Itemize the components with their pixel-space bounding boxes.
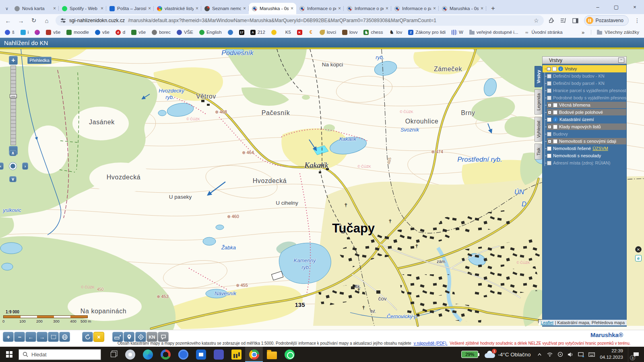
tool-globe-button[interactable] (59, 332, 70, 342)
browser-tab[interactable]: vlastnické listy -× (154, 3, 201, 14)
layer-row[interactable]: Hranice parcel s vyjádřením přesnosti - … (543, 87, 626, 94)
app-whatsapp-taskbar-button[interactable] (281, 347, 298, 362)
keyboard-icon[interactable] (588, 352, 595, 357)
tool-zoom-in-button[interactable]: + (3, 332, 14, 342)
app-blue-circle-taskbar-button[interactable] (174, 347, 192, 362)
bookmark-item[interactable]: ♞lov (389, 30, 402, 35)
app-powerbi-taskbar-button[interactable] (227, 347, 245, 362)
bookmark-item[interactable]: Λ212 (250, 30, 265, 35)
bookmark-item[interactable]: vše (46, 30, 60, 35)
tab-close-icon[interactable]: × (290, 6, 294, 11)
tab-close-icon[interactable]: × (195, 6, 199, 11)
bookmark-item[interactable]: ZZákony pro lidi (408, 30, 446, 35)
pan-right-button[interactable]: › (22, 162, 28, 170)
tab-close-icon[interactable]: × (337, 6, 342, 11)
layer-checkbox[interactable] (553, 103, 557, 107)
tree-expander-icon[interactable]: - (547, 67, 551, 71)
tool-kn-button[interactable]: KN (147, 332, 157, 342)
tree-expander-icon[interactable]: + (548, 103, 551, 107)
tab-close-icon[interactable]: × (242, 6, 247, 11)
home-icon[interactable]: ⌂ (43, 17, 51, 24)
cast-icon[interactable] (578, 352, 584, 357)
bookmark-item[interactable]: vše (95, 30, 109, 35)
layer-checkbox[interactable] (547, 74, 551, 78)
tool-pin-button[interactable] (124, 332, 134, 342)
layer-checkbox[interactable] (553, 110, 557, 115)
tool-back-button[interactable]: ← (25, 332, 36, 342)
bookmark-item[interactable]: vše (131, 30, 146, 35)
tab-search-icon[interactable]: ∨ (2, 3, 11, 14)
tab-close-icon[interactable]: × (147, 6, 152, 11)
bookmark-item[interactable]: W (452, 30, 463, 35)
wifi-icon[interactable] (547, 352, 553, 357)
bookmark-item[interactable]: K (297, 30, 302, 35)
layer-row[interactable]: Definiční body parcel - KN (543, 80, 626, 87)
map-viewport[interactable]: ††† †† Podvesníkryb.Na kopciZámečekHvozd… (0, 49, 644, 330)
layer-row[interactable]: Definiční body budov - KN (543, 72, 626, 80)
profile-chip[interactable]: Pozastaveno (584, 15, 629, 26)
panel-tab-vyhledat[interactable]: Vyhledat (535, 117, 543, 142)
pan-center-button[interactable] (9, 162, 17, 170)
tool-zoom-out-button[interactable]: − (14, 332, 25, 342)
layer-row[interactable]: +Nemovitosti s cenovými údaji (543, 138, 626, 145)
volume-icon[interactable] (568, 352, 574, 357)
bookmark-item[interactable]: lovci (320, 30, 336, 35)
tool-measure-button[interactable] (112, 332, 123, 342)
bookmark-item[interactable] (271, 30, 277, 35)
app-photos-taskbar-button[interactable] (121, 347, 139, 362)
help-link[interactable]: v nápovědě (PDF). (414, 341, 448, 346)
bookmark-item[interactable]: K5 (283, 30, 291, 35)
tab-close-icon[interactable]: × (100, 6, 104, 11)
extensions-icon[interactable] (549, 18, 555, 24)
layer-row[interactable]: Adresní místa (zdroj: RÚIAN) (543, 159, 626, 167)
bookmark-item[interactable]: € (308, 30, 314, 35)
layer-row[interactable]: Nemovitosti řešenéÚZSVM (543, 145, 626, 152)
browser-tab[interactable]: Seznam nemovito× (201, 3, 249, 14)
forward-icon[interactable]: → (17, 17, 25, 24)
panel-tab-legenda[interactable]: Legenda (535, 89, 543, 115)
layer-checkbox[interactable] (547, 132, 551, 136)
tab-close-icon[interactable]: × (52, 6, 57, 11)
overview-button[interactable]: Přehledka (27, 57, 52, 64)
tree-expander-icon[interactable]: + (548, 111, 551, 114)
layer-row[interactable]: +Klady mapových listů (543, 123, 626, 130)
notification-center-button[interactable]: 3 (628, 347, 644, 362)
e-tool-icon[interactable]: e (635, 255, 642, 261)
layer-checkbox[interactable] (547, 88, 551, 93)
bookmark-item[interactable]: lovv (342, 30, 357, 35)
zoom-slider-handle[interactable] (10, 94, 17, 98)
layer-checkbox[interactable] (547, 96, 551, 100)
layer-row[interactable]: +Věcná břemena (543, 101, 626, 109)
tree-expander-icon[interactable]: + (548, 140, 551, 143)
tool-refresh-button[interactable] (82, 332, 93, 342)
info-icon[interactable]: i (558, 66, 563, 71)
bookmark-item[interactable]: VŠE (177, 30, 193, 35)
bookmark-item[interactable]: i (21, 30, 29, 35)
pan-up-button[interactable]: ∧ (9, 150, 17, 156)
layers-panel-title[interactable]: Vrstvy – (542, 56, 627, 64)
panel-tab-vrstvy[interactable]: Vrstvy (535, 66, 543, 87)
bookmark-item[interactable]: veřejné dostupné i... (469, 30, 518, 35)
bookmark-item[interactable] (35, 30, 40, 35)
pan-left-button[interactable]: ‹ (0, 162, 4, 170)
address-bar[interactable]: sgi-nahlizenidokn.cuzk.cz /marushka/defa… (56, 15, 544, 26)
pan-down-button[interactable]: ∨ (9, 176, 17, 182)
bookmark-star-icon[interactable]: ☆ (534, 17, 539, 24)
tool-forward-button[interactable]: → (37, 332, 47, 342)
tab-close-icon[interactable]: × (385, 6, 389, 11)
task-view-button[interactable] (105, 347, 121, 362)
browser-tab[interactable]: Informace o poze× (344, 3, 391, 14)
layer-row[interactable]: -iVrstvy (543, 65, 626, 72)
bookmark-item[interactable]: moodle (66, 30, 89, 35)
panel-tab-tisk[interactable]: Tisk (535, 144, 543, 160)
layer-checkbox[interactable] (547, 117, 551, 122)
app-edge-taskbar-button[interactable] (139, 347, 157, 362)
app-store-taskbar-button[interactable] (192, 347, 210, 362)
layer-checkbox[interactable] (547, 154, 551, 158)
tool-cancel-button[interactable]: × (93, 332, 104, 342)
browser-tab[interactable]: Spotify - Web Pla× (59, 3, 106, 14)
reload-icon[interactable]: ↻ (30, 17, 38, 24)
bookmark-item[interactable]: š (5, 30, 14, 35)
leaflet-link[interactable]: Leaflet (541, 320, 553, 325)
tray-chevron-icon[interactable] (537, 352, 542, 356)
